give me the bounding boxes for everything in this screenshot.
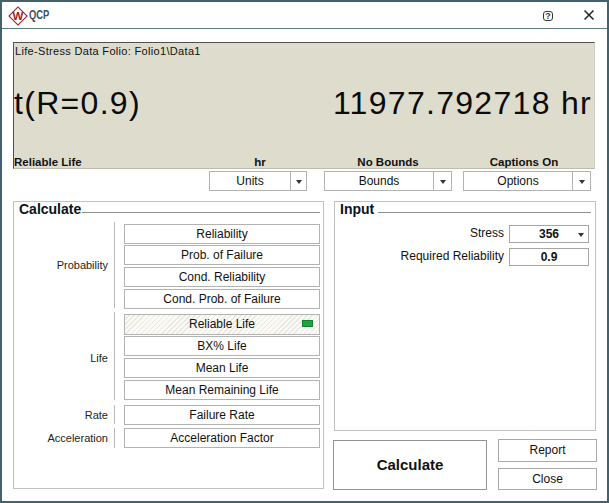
svg-text:W: W bbox=[13, 10, 24, 22]
